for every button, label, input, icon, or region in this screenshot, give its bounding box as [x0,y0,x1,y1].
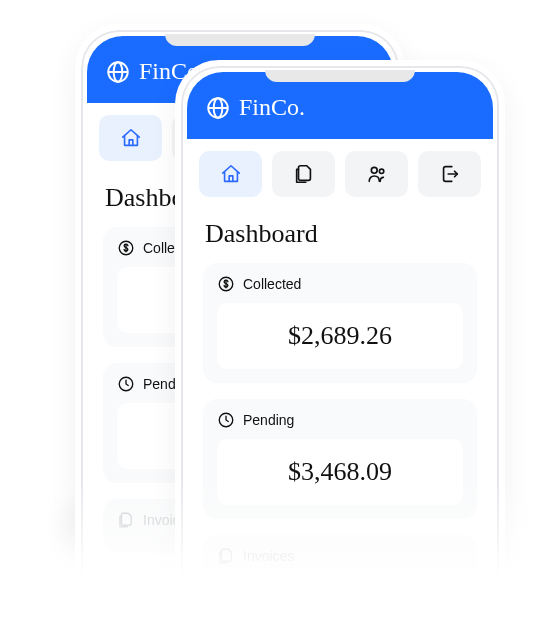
app-name: FinCo. [239,94,305,121]
logout-icon [439,163,461,185]
home-icon [220,163,242,185]
clock-icon [217,411,235,429]
phone-notch [265,70,415,82]
dollar-icon [117,239,135,257]
globe-icon [205,95,231,121]
nav-tabs [187,139,493,205]
clock-icon [117,375,135,393]
pending-amount: $3,468.09 [217,439,463,505]
card-label: Collected [243,276,301,292]
phone-notch [165,34,315,46]
dollar-icon [217,275,235,293]
document-icon [217,547,235,565]
nav-home[interactable] [199,151,262,197]
card-label: Pending [243,412,294,428]
svg-point-10 [371,167,377,173]
card-invoices: Invoices [203,535,477,589]
card-label: Invoices [243,548,294,564]
users-icon [366,163,388,185]
document-icon [117,511,135,529]
nav-logout[interactable] [418,151,481,197]
phone-mockup-front: FinCo. [175,60,505,620]
card-collected: Collected $2,689.26 [203,263,477,383]
page-title: Dashboard [205,219,475,249]
nav-documents[interactable] [272,151,335,197]
globe-icon [105,59,131,85]
app-header: FinCo. [187,72,493,139]
home-icon [120,127,142,149]
collected-amount: $2,689.26 [217,303,463,369]
svg-point-11 [379,169,383,173]
nav-users[interactable] [345,151,408,197]
nav-home[interactable] [99,115,162,161]
document-icon [293,163,315,185]
card-pending: Pending $3,468.09 [203,399,477,519]
